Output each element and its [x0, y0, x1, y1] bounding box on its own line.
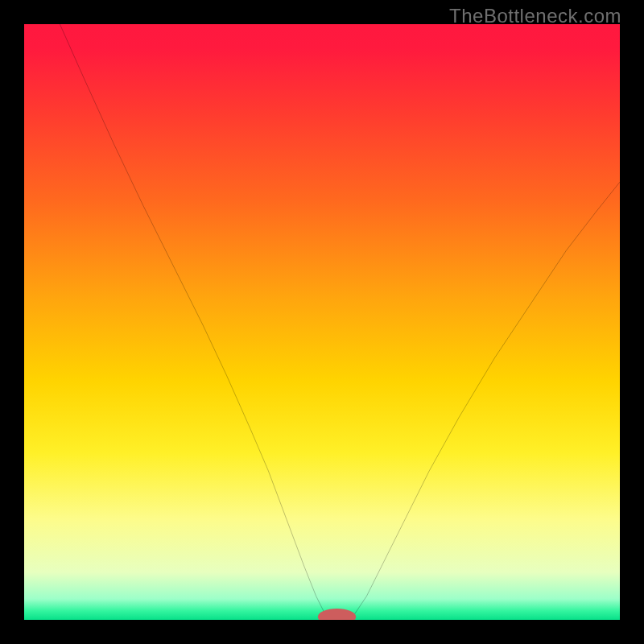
chart-background	[24, 24, 620, 620]
plot-frame	[24, 24, 620, 620]
bottleneck-chart	[24, 24, 620, 620]
watermark-text: TheBottleneck.com	[449, 5, 621, 27]
